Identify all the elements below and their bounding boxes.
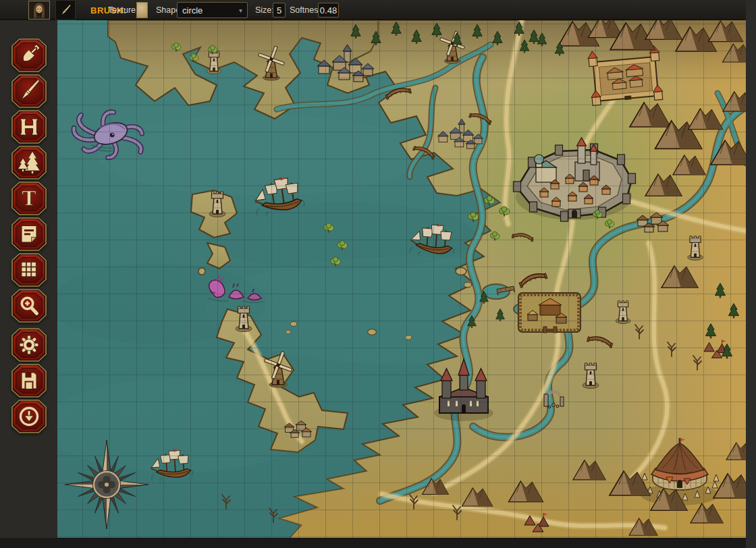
tool-button-save[interactable] — [11, 364, 47, 398]
right-edge-panel — [746, 0, 756, 548]
texture-label: Texture: — [108, 0, 138, 20]
user-avatar[interactable] — [28, 1, 50, 20]
tool-button-text[interactable] — [11, 182, 47, 215]
tool-button-settings[interactable] — [11, 328, 47, 362]
shape-dropdown-value: circle — [182, 5, 202, 16]
texture-swatch[interactable] — [136, 2, 148, 18]
tool-button-notes[interactable] — [11, 217, 47, 251]
tool-sidebar — [0, 20, 57, 538]
grid-overlay — [57, 20, 746, 538]
map-editor-app: { "toolbar": { "brush_label": "BRUSH:", … — [0, 0, 756, 548]
brush-tool-button[interactable] — [55, 0, 76, 20]
tool-button-brush[interactable] — [11, 74, 47, 108]
tool-button-shovel[interactable] — [11, 38, 47, 72]
tool-button-grid[interactable] — [11, 253, 47, 287]
brush-toolbar: BRUSH: Texture: Shape: circle ▾ Size: 5 … — [0, 0, 746, 20]
tool-button-castle[interactable] — [11, 110, 47, 144]
tool-button-trees[interactable] — [11, 146, 47, 180]
size-input[interactable]: 5 — [273, 3, 286, 18]
softness-input[interactable]: 0.48 — [318, 3, 339, 18]
tool-button-zoom[interactable] — [11, 289, 47, 323]
chevron-down-icon: ▾ — [239, 7, 242, 14]
size-label: Size: — [255, 0, 274, 20]
shape-dropdown[interactable]: circle ▾ — [177, 2, 248, 18]
tool-button-download[interactable] — [11, 400, 47, 433]
map-canvas[interactable] — [57, 20, 746, 538]
